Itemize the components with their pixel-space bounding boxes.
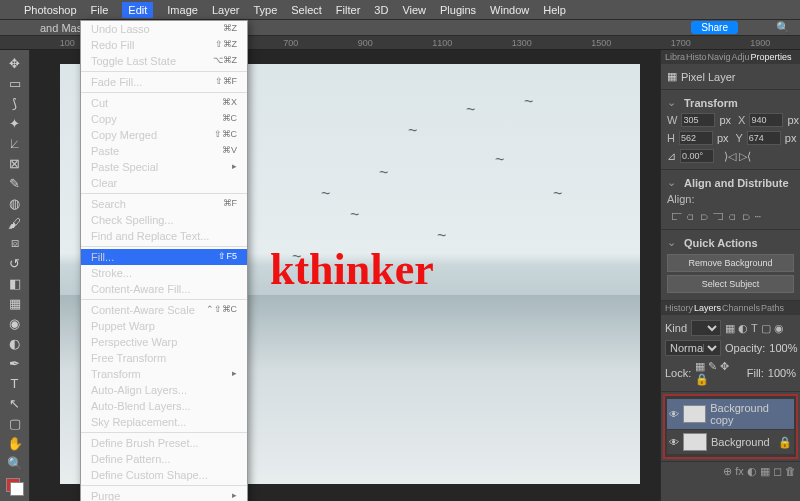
blur-tool-icon[interactable]: ◉ bbox=[3, 314, 27, 332]
menu-item[interactable]: Undo Lasso⌘Z bbox=[81, 21, 247, 37]
crop-tool-icon[interactable]: ⟀ bbox=[3, 134, 27, 152]
menu-item[interactable]: Free Transform bbox=[81, 350, 247, 366]
wand-tool-icon[interactable]: ✦ bbox=[3, 114, 27, 132]
visibility-icon[interactable]: 👁 bbox=[669, 409, 679, 420]
menu-plugins[interactable]: Plugins bbox=[440, 4, 476, 16]
menu-select[interactable]: Select bbox=[291, 4, 322, 16]
layer-thumbnail[interactable] bbox=[683, 405, 706, 423]
zoom-tool-icon[interactable]: 🔍 bbox=[3, 454, 27, 472]
chevron-down-icon[interactable]: ⌄ bbox=[667, 176, 676, 189]
marquee-tool-icon[interactable]: ▭ bbox=[3, 74, 27, 92]
color-swatch[interactable] bbox=[6, 478, 24, 496]
path-tool-icon[interactable]: ↖ bbox=[3, 394, 27, 412]
blend-mode-select[interactable]: Normal bbox=[665, 340, 721, 356]
menu-item[interactable]: Perspective Warp bbox=[81, 334, 247, 350]
menu-help[interactable]: Help bbox=[543, 4, 566, 16]
tab-histogram[interactable]: Histo bbox=[686, 52, 707, 62]
panel-tabs-top: Libra Histo Navig Adju Properties bbox=[661, 50, 800, 64]
menu-image[interactable]: Image bbox=[167, 4, 198, 16]
layer-row[interactable]: 👁 Background 🔒 bbox=[667, 430, 794, 454]
move-tool-icon[interactable]: ✥ bbox=[3, 54, 27, 72]
pen-tool-icon[interactable]: ✒ bbox=[3, 354, 27, 372]
ruler-tick: 1300 bbox=[512, 38, 532, 48]
layer-footer-icons[interactable]: ⊕ fx ◐ ▦ ◻ 🗑 bbox=[661, 461, 800, 481]
menu-edit[interactable]: Edit bbox=[122, 2, 153, 18]
menu-item[interactable]: Paste⌘V bbox=[81, 143, 247, 159]
opacity-value[interactable]: 100% bbox=[769, 342, 797, 354]
gradient-tool-icon[interactable]: ▦ bbox=[3, 294, 27, 312]
menu-item[interactable]: Fill...⇧F5 bbox=[81, 249, 247, 265]
ruler-tick: 700 bbox=[283, 38, 298, 48]
angle-input[interactable] bbox=[680, 149, 714, 163]
eyedropper-tool-icon[interactable]: ✎ bbox=[3, 174, 27, 192]
remove-background-button[interactable]: Remove Background bbox=[667, 254, 794, 272]
menu-item: Define Pattern... bbox=[81, 451, 247, 467]
menu-item[interactable]: Transform▸ bbox=[81, 366, 247, 382]
x-input[interactable] bbox=[749, 113, 783, 127]
tab-paths[interactable]: Paths bbox=[761, 303, 784, 313]
tab-channels[interactable]: Channels bbox=[722, 303, 760, 313]
menu-filter[interactable]: Filter bbox=[336, 4, 360, 16]
menu-item[interactable]: Purge▸ bbox=[81, 488, 247, 501]
fill-value[interactable]: 100% bbox=[768, 367, 796, 379]
chevron-down-icon[interactable]: ⌄ bbox=[667, 236, 676, 249]
tab-libraries[interactable]: Libra bbox=[665, 52, 685, 62]
panel-tabs-layers: History Layers Channels Paths bbox=[661, 301, 800, 315]
stamp-tool-icon[interactable]: ⧇ bbox=[3, 234, 27, 252]
y-input[interactable] bbox=[747, 131, 781, 145]
menu-item[interactable]: Define Brush Preset... bbox=[81, 435, 247, 451]
menu-item[interactable]: Puppet Warp bbox=[81, 318, 247, 334]
tab-history[interactable]: History bbox=[665, 303, 693, 313]
shape-tool-icon[interactable]: ▢ bbox=[3, 414, 27, 432]
menu-layer[interactable]: Layer bbox=[212, 4, 240, 16]
menu-item[interactable]: Fade Fill...⇧⌘F bbox=[81, 74, 247, 90]
type-tool-icon[interactable]: T bbox=[3, 374, 27, 392]
menu-item[interactable]: Clear bbox=[81, 175, 247, 191]
edit-menu-dropdown: Undo Lasso⌘ZRedo Fill⇧⌘ZToggle Last Stat… bbox=[80, 20, 248, 501]
layer-thumbnail[interactable] bbox=[683, 433, 707, 451]
width-input[interactable] bbox=[681, 113, 715, 127]
menu-photoshop[interactable]: Photoshop bbox=[24, 4, 77, 16]
menu-item[interactable]: Stroke... bbox=[81, 265, 247, 281]
menu-type[interactable]: Type bbox=[253, 4, 277, 16]
menu-item[interactable]: Redo Fill⇧⌘Z bbox=[81, 37, 247, 53]
dodge-tool-icon[interactable]: ◐ bbox=[3, 334, 27, 352]
eraser-tool-icon[interactable]: ◧ bbox=[3, 274, 27, 292]
menu-window[interactable]: Window bbox=[490, 4, 529, 16]
tab-properties[interactable]: Properties bbox=[751, 52, 792, 62]
tab-adjustments[interactable]: Adju bbox=[732, 52, 750, 62]
layer-row[interactable]: 👁 Background copy bbox=[667, 399, 794, 429]
frame-tool-icon[interactable]: ⊠ bbox=[3, 154, 27, 172]
align-icons[interactable]: ⫍ ⫏ ⫐ ⫎ ⫏ ⫐ ⋯ bbox=[667, 207, 794, 225]
menu-file[interactable]: File bbox=[91, 4, 109, 16]
menu-item[interactable]: Check Spelling... bbox=[81, 212, 247, 228]
kind-select[interactable] bbox=[691, 320, 721, 336]
visibility-icon[interactable]: 👁 bbox=[669, 437, 679, 448]
chevron-down-icon[interactable]: ⌄ bbox=[667, 96, 676, 109]
select-subject-button[interactable]: Select Subject bbox=[667, 275, 794, 293]
transform-title: Transform bbox=[684, 97, 738, 109]
menu-item[interactable]: Content-Aware Scale⌃⇧⌘C bbox=[81, 302, 247, 318]
lasso-tool-icon[interactable]: ⟆ bbox=[3, 94, 27, 112]
heal-tool-icon[interactable]: ◍ bbox=[3, 194, 27, 212]
history-brush-icon[interactable]: ↺ bbox=[3, 254, 27, 272]
menu-item[interactable]: Find and Replace Text... bbox=[81, 228, 247, 244]
menu-item[interactable]: Cut⌘X bbox=[81, 95, 247, 111]
menu-item[interactable]: Content-Aware Fill... bbox=[81, 281, 247, 297]
menu-3d[interactable]: 3D bbox=[374, 4, 388, 16]
menu-item[interactable]: Search⌘F bbox=[81, 196, 247, 212]
menu-item[interactable]: Sky Replacement... bbox=[81, 414, 247, 430]
menu-item[interactable]: Toggle Last State⌥⌘Z bbox=[81, 53, 247, 69]
ruler-tick: 1900 bbox=[750, 38, 770, 48]
hand-tool-icon[interactable]: ✋ bbox=[3, 434, 27, 452]
height-input[interactable] bbox=[679, 131, 713, 145]
menu-item[interactable]: Copy⌘C bbox=[81, 111, 247, 127]
brush-tool-icon[interactable]: 🖌 bbox=[3, 214, 27, 232]
search-icon[interactable]: 🔍 bbox=[776, 21, 790, 34]
tab-layers[interactable]: Layers bbox=[694, 303, 721, 313]
menu-view[interactable]: View bbox=[402, 4, 426, 16]
share-button[interactable]: Share bbox=[691, 21, 738, 34]
layer-type-icon: ▦ bbox=[667, 70, 677, 83]
menu-item[interactable]: Copy Merged⇧⌘C bbox=[81, 127, 247, 143]
tab-navigator[interactable]: Navig bbox=[708, 52, 731, 62]
